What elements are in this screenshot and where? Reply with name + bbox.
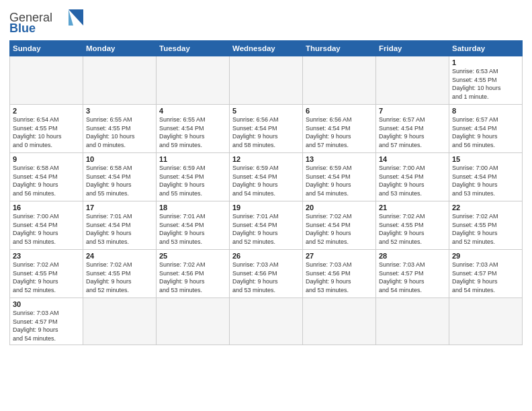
calendar-day-cell: [157, 56, 230, 105]
day-number: 6: [306, 107, 373, 115]
day-number: 3: [86, 107, 153, 115]
logo-wordmark: General Blue: [9, 7, 83, 36]
weekday-header: Saturday: [449, 41, 523, 56]
day-number: 21: [379, 203, 446, 212]
day-number: 12: [232, 155, 300, 163]
day-number: 29: [452, 252, 519, 260]
page-header: General Blue: [9, 7, 523, 36]
day-number: 1: [452, 58, 519, 66]
day-number: 9: [13, 155, 80, 163]
calendar-day-cell: 15Sunrise: 7:00 AM Sunset: 4:54 PM Dayli…: [449, 153, 523, 201]
day-number: 15: [452, 155, 519, 163]
calendar-day-cell: 8Sunrise: 6:57 AM Sunset: 4:54 PM Daylig…: [449, 105, 523, 153]
day-sun-info: Sunrise: 7:02 AM Sunset: 4:55 PM Dayligh…: [86, 261, 153, 294]
day-sun-info: Sunrise: 7:02 AM Sunset: 4:55 PM Dayligh…: [379, 212, 446, 246]
day-sun-info: Sunrise: 6:58 AM Sunset: 4:54 PM Dayligh…: [13, 164, 80, 197]
day-sun-info: Sunrise: 6:54 AM Sunset: 4:55 PM Dayligh…: [13, 116, 80, 149]
calendar-week-row: 9Sunrise: 6:58 AM Sunset: 4:54 PM Daylig…: [10, 153, 523, 201]
day-number: 11: [159, 155, 226, 163]
day-sun-info: Sunrise: 6:57 AM Sunset: 4:54 PM Dayligh…: [379, 116, 446, 149]
calendar-day-cell: 19Sunrise: 7:01 AM Sunset: 4:54 PM Dayli…: [230, 201, 303, 250]
calendar-day-cell: 23Sunrise: 7:02 AM Sunset: 4:55 PM Dayli…: [10, 250, 83, 298]
day-sun-info: Sunrise: 6:55 AM Sunset: 4:55 PM Dayligh…: [86, 116, 153, 149]
day-number: 30: [13, 300, 80, 308]
calendar-day-cell: [230, 298, 303, 345]
day-sun-info: Sunrise: 7:03 AM Sunset: 4:56 PM Dayligh…: [306, 261, 373, 294]
weekday-header: Monday: [83, 41, 157, 56]
day-number: 8: [452, 107, 519, 115]
day-number: 19: [232, 203, 300, 212]
calendar-day-cell: [10, 56, 83, 105]
calendar-day-cell: 12Sunrise: 6:59 AM Sunset: 4:54 PM Dayli…: [230, 153, 303, 201]
day-number: 4: [159, 107, 226, 115]
calendar-day-cell: 21Sunrise: 7:02 AM Sunset: 4:55 PM Dayli…: [376, 201, 449, 250]
day-number: 14: [379, 155, 446, 163]
day-number: 27: [306, 252, 373, 260]
calendar-day-cell: 2Sunrise: 6:54 AM Sunset: 4:55 PM Daylig…: [10, 105, 83, 153]
calendar-week-row: 16Sunrise: 7:00 AM Sunset: 4:54 PM Dayli…: [10, 201, 523, 250]
day-sun-info: Sunrise: 7:03 AM Sunset: 4:57 PM Dayligh…: [452, 261, 519, 294]
calendar-day-cell: 13Sunrise: 6:59 AM Sunset: 4:54 PM Dayli…: [303, 153, 376, 201]
day-number: 28: [379, 252, 446, 260]
day-sun-info: Sunrise: 6:55 AM Sunset: 4:54 PM Dayligh…: [159, 116, 226, 149]
day-sun-info: Sunrise: 6:57 AM Sunset: 4:54 PM Dayligh…: [452, 116, 519, 149]
calendar-day-cell: 3Sunrise: 6:55 AM Sunset: 4:55 PM Daylig…: [83, 105, 157, 153]
day-sun-info: Sunrise: 7:01 AM Sunset: 4:54 PM Dayligh…: [232, 212, 300, 246]
calendar-day-cell: 10Sunrise: 6:58 AM Sunset: 4:54 PM Dayli…: [83, 153, 157, 201]
calendar-day-cell: 24Sunrise: 7:02 AM Sunset: 4:55 PM Dayli…: [83, 250, 157, 298]
calendar-day-cell: [157, 298, 230, 345]
calendar-week-row: 1Sunrise: 6:53 AM Sunset: 4:55 PM Daylig…: [10, 56, 523, 105]
calendar-day-cell: 5Sunrise: 6:56 AM Sunset: 4:54 PM Daylig…: [230, 105, 303, 153]
day-sun-info: Sunrise: 7:00 AM Sunset: 4:54 PM Dayligh…: [452, 164, 519, 197]
day-sun-info: Sunrise: 7:00 AM Sunset: 4:54 PM Dayligh…: [379, 164, 446, 197]
weekday-header: Sunday: [10, 41, 83, 56]
calendar-week-row: 2Sunrise: 6:54 AM Sunset: 4:55 PM Daylig…: [10, 105, 523, 153]
day-number: 5: [232, 107, 300, 115]
day-number: 20: [306, 203, 373, 212]
calendar-day-cell: 26Sunrise: 7:03 AM Sunset: 4:56 PM Dayli…: [230, 250, 303, 298]
calendar-day-cell: 9Sunrise: 6:58 AM Sunset: 4:54 PM Daylig…: [10, 153, 83, 201]
day-sun-info: Sunrise: 7:02 AM Sunset: 4:55 PM Dayligh…: [13, 261, 80, 294]
calendar-day-cell: 25Sunrise: 7:02 AM Sunset: 4:56 PM Dayli…: [157, 250, 230, 298]
day-number: 16: [13, 203, 80, 212]
day-sun-info: Sunrise: 7:02 AM Sunset: 4:54 PM Dayligh…: [306, 212, 373, 246]
weekday-header: Wednesday: [230, 41, 303, 56]
calendar-day-cell: 4Sunrise: 6:55 AM Sunset: 4:54 PM Daylig…: [157, 105, 230, 153]
calendar-day-cell: 30Sunrise: 7:03 AM Sunset: 4:57 PM Dayli…: [10, 298, 83, 345]
calendar-day-cell: 18Sunrise: 7:01 AM Sunset: 4:54 PM Dayli…: [157, 201, 230, 250]
day-number: 24: [86, 252, 153, 260]
day-number: 17: [86, 203, 153, 212]
day-sun-info: Sunrise: 6:58 AM Sunset: 4:54 PM Dayligh…: [86, 164, 153, 197]
calendar-day-cell: 29Sunrise: 7:03 AM Sunset: 4:57 PM Dayli…: [449, 250, 523, 298]
day-sun-info: Sunrise: 7:03 AM Sunset: 4:57 PM Dayligh…: [379, 261, 446, 294]
calendar-day-cell: 1Sunrise: 6:53 AM Sunset: 4:55 PM Daylig…: [449, 56, 523, 105]
day-sun-info: Sunrise: 6:53 AM Sunset: 4:55 PM Dayligh…: [452, 67, 519, 101]
day-sun-info: Sunrise: 7:02 AM Sunset: 4:56 PM Dayligh…: [159, 261, 226, 294]
day-number: 10: [86, 155, 153, 163]
day-number: 18: [159, 203, 226, 212]
day-sun-info: Sunrise: 6:59 AM Sunset: 4:54 PM Dayligh…: [232, 164, 300, 197]
day-number: 13: [306, 155, 373, 163]
day-sun-info: Sunrise: 6:59 AM Sunset: 4:54 PM Dayligh…: [306, 164, 373, 197]
calendar-day-cell: [303, 298, 376, 345]
calendar-day-cell: 11Sunrise: 6:59 AM Sunset: 4:54 PM Dayli…: [157, 153, 230, 201]
calendar-day-cell: 28Sunrise: 7:03 AM Sunset: 4:57 PM Dayli…: [376, 250, 449, 298]
weekday-header: Thursday: [303, 41, 376, 56]
calendar-day-cell: [376, 298, 449, 345]
weekday-header: Tuesday: [157, 41, 230, 56]
day-sun-info: Sunrise: 7:01 AM Sunset: 4:54 PM Dayligh…: [86, 212, 153, 246]
day-number: 2: [13, 107, 80, 115]
svg-text:Blue: Blue: [9, 21, 36, 34]
calendar-day-cell: 16Sunrise: 7:00 AM Sunset: 4:54 PM Dayli…: [10, 201, 83, 250]
calendar-day-cell: 7Sunrise: 6:57 AM Sunset: 4:54 PM Daylig…: [376, 105, 449, 153]
calendar-day-cell: [230, 56, 303, 105]
calendar-day-cell: [83, 56, 157, 105]
day-sun-info: Sunrise: 6:56 AM Sunset: 4:54 PM Dayligh…: [232, 116, 300, 149]
logo: General Blue: [9, 7, 83, 36]
calendar-day-cell: [449, 298, 523, 345]
day-number: 23: [13, 252, 80, 260]
calendar-day-cell: 22Sunrise: 7:02 AM Sunset: 4:55 PM Dayli…: [449, 201, 523, 250]
calendar-table: SundayMondayTuesdayWednesdayThursdayFrid…: [9, 40, 523, 345]
day-number: 25: [159, 252, 226, 260]
calendar-day-cell: [376, 56, 449, 105]
